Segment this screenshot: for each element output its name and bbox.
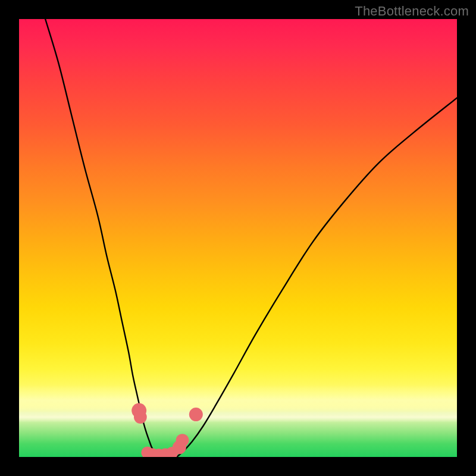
marker-group [131,403,203,457]
right-curve [177,98,457,457]
marker-left-cluster-mid [134,411,147,424]
chart-frame: TheBottleneck.com [0,0,476,476]
plot-area [19,19,457,457]
watermark-text: TheBottleneck.com [355,4,469,19]
curve-layer [19,19,457,457]
marker-right-cluster-high [176,434,189,447]
left-curve [45,19,159,457]
marker-right-outlier [189,408,203,421]
